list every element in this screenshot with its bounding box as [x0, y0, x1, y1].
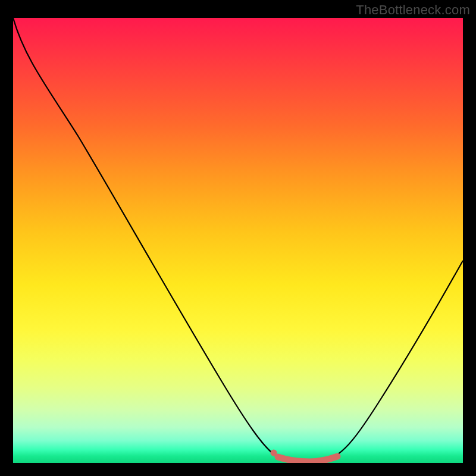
bottleneck-curve-path: [13, 18, 463, 462]
bottleneck-chart: [13, 18, 463, 463]
watermark-text: TheBottleneck.com: [356, 2, 470, 18]
highlight-segment-path: [278, 456, 337, 462]
chart-frame: TheBottleneck.com: [0, 0, 476, 476]
